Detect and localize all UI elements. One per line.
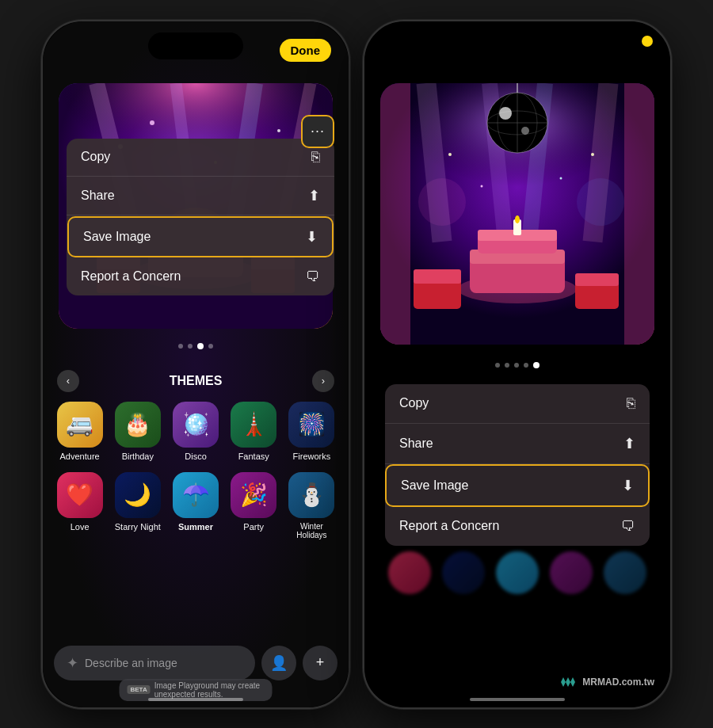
share-menu-item-right[interactable]: Share ⬆: [385, 424, 650, 464]
more-options-button[interactable]: ···: [301, 115, 334, 148]
person-button[interactable]: 👤: [261, 646, 296, 680]
three-dots-icon: ···: [311, 123, 325, 139]
r-dot-2: [505, 363, 509, 368]
svg-rect-20: [624, 83, 654, 345]
describe-input[interactable]: ✦ Describe an image: [54, 646, 255, 680]
right-phone-content: Copy ⎘ Share ⬆ Save Image ⬇ Report a Con…: [364, 21, 670, 707]
done-button[interactable]: Done: [280, 39, 332, 62]
right-phone: Copy ⎘ Share ⬆ Save Image ⬇ Report a Con…: [363, 20, 672, 709]
prev-arrow[interactable]: ‹: [57, 370, 79, 392]
fireworks-icon: 🎆: [288, 402, 334, 448]
context-menu-left: Copy ⎘ Share ⬆ Save Image ⬇ Report a Con…: [67, 139, 334, 295]
beta-badge: BETA: [128, 685, 151, 694]
theme-summer[interactable]: ☂️ Summer: [171, 472, 219, 539]
themes-title: THEMES: [79, 374, 312, 388]
svg-rect-42: [414, 269, 461, 284]
home-indicator-right: [470, 698, 565, 701]
fantasy-icon: 🗼: [231, 402, 276, 448]
winter-icon: ⛄: [288, 472, 334, 518]
svg-point-14: [277, 129, 280, 132]
party-icon: 🎉: [231, 472, 276, 518]
svg-rect-19: [380, 83, 410, 345]
mrmad-logo: [560, 676, 578, 688]
ai-image-right: [380, 83, 654, 345]
themes-header: ‹ THEMES ›: [43, 370, 349, 392]
left-phone: Done ···: [41, 20, 350, 709]
theme-starrynight[interactable]: 🌙 Starry Night: [113, 472, 162, 539]
save-image-icon-right: ⬇: [622, 477, 634, 494]
svg-point-50: [560, 177, 562, 179]
share-label-right: Share: [399, 436, 433, 451]
summer-icon: ☂️: [173, 472, 219, 518]
watermark-text: MRMAD.com.tw: [582, 677, 654, 688]
watermark: MRMAD.com.tw: [560, 676, 654, 688]
adventure-label: Adventure: [60, 452, 100, 461]
themes-row-2: ❤️ Love 🌙 Starry Night ☂️ Summer 🎉 Party: [43, 472, 349, 539]
theme-adventure[interactable]: 🚐 Adventure: [55, 402, 104, 461]
phone-notch: [148, 32, 243, 59]
share-menu-item[interactable]: Share ⬆: [67, 177, 334, 215]
theme-birthday[interactable]: 🎂 Birthday: [113, 402, 162, 461]
add-button[interactable]: +: [303, 646, 337, 680]
blur-circle-3: [496, 551, 539, 594]
themes-section: ‹ THEMES › 🚐 Adventure 🎂 Birthday �: [43, 370, 349, 539]
disco-label: Disco: [185, 452, 207, 461]
next-arrow[interactable]: ›: [312, 370, 334, 392]
describe-placeholder: Describe an image: [85, 657, 177, 669]
blur-circle-2: [442, 551, 485, 594]
theme-party[interactable]: 🎉 Party: [230, 472, 278, 539]
report-concern-menu-item[interactable]: Report a Concern 🗨: [67, 258, 334, 295]
beta-text: Image Playground may create unexpected r…: [154, 681, 265, 699]
share-icon-right: ⬆: [623, 435, 635, 452]
save-image-menu-item-right[interactable]: Save Image ⬇: [385, 464, 650, 507]
svg-point-31: [499, 107, 512, 120]
svg-point-49: [481, 185, 483, 187]
save-image-icon: ⬇: [306, 228, 318, 246]
theme-disco[interactable]: 🪩 Disco: [171, 402, 219, 461]
context-menu-right: Copy ⎘ Share ⬆ Save Image ⬇ Report a Con…: [385, 384, 650, 546]
home-indicator-left: [148, 698, 243, 701]
fantasy-label: Fantasy: [238, 452, 269, 461]
right-phone-notch: [470, 32, 565, 59]
theme-fireworks[interactable]: 🎆 Fireworks: [288, 402, 336, 461]
disco-icon: 🪩: [173, 402, 219, 448]
left-phone-content: Done ···: [43, 21, 349, 707]
svg-point-40: [515, 215, 520, 223]
save-image-label: Save Image: [83, 230, 151, 244]
adventure-icon: 🚐: [57, 402, 103, 448]
status-bar-right: [642, 36, 653, 47]
starrynight-label: Starry Night: [115, 522, 161, 532]
theme-love[interactable]: ❤️ Love: [55, 472, 104, 539]
copy-menu-item[interactable]: Copy ⎘: [67, 139, 334, 177]
page-indicators-right: [495, 362, 540, 368]
share-icon: ⬆: [308, 187, 320, 204]
sparkle-icon: ✦: [67, 654, 78, 672]
copy-menu-item-right[interactable]: Copy ⎘: [385, 384, 650, 424]
report-concern-label: Report a Concern: [81, 269, 181, 284]
summer-label: Summer: [178, 522, 213, 532]
r-dot-5-active: [533, 362, 540, 368]
winter-label: Winter Holidays: [288, 522, 336, 539]
svg-rect-44: [575, 273, 619, 286]
plus-icon: +: [316, 654, 325, 671]
report-concern-menu-item-right[interactable]: Report a Concern 🗨: [385, 507, 650, 546]
fireworks-label: Fireworks: [293, 452, 331, 461]
blur-circle-5: [604, 551, 646, 594]
share-label: Share: [81, 189, 115, 203]
page-indicators-left: [178, 343, 213, 349]
theme-winter[interactable]: ⛄ Winter Holidays: [288, 472, 336, 539]
love-label: Love: [71, 522, 90, 532]
input-bar: ✦ Describe an image 👤 +: [54, 646, 337, 680]
svg-point-46: [577, 178, 624, 226]
dot-1: [178, 344, 183, 349]
save-image-menu-item[interactable]: Save Image ⬇: [67, 216, 334, 257]
svg-point-47: [448, 153, 452, 156]
dot-2: [188, 344, 193, 349]
svg-point-48: [591, 153, 594, 156]
report-icon-right: 🗨: [621, 518, 635, 535]
person-icon: 👤: [270, 654, 288, 672]
theme-fantasy[interactable]: 🗼 Fantasy: [230, 402, 278, 461]
copy-icon: ⎘: [311, 149, 320, 166]
svg-point-32: [521, 127, 529, 135]
svg-point-16: [150, 120, 154, 125]
